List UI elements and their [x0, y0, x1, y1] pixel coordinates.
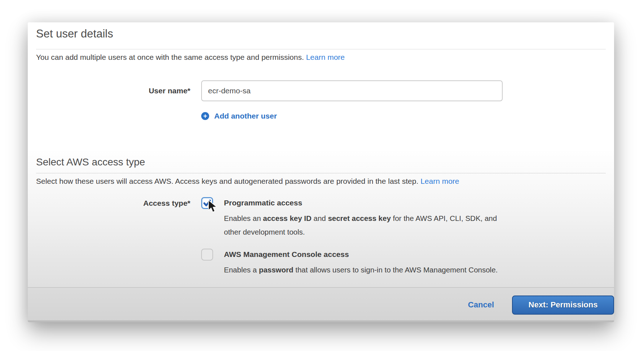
username-row: User name*	[36, 80, 606, 101]
add-another-user-label: Add another user	[214, 112, 277, 120]
programmatic-access-description: Enables an access key ID and secret acce…	[224, 212, 505, 239]
access-type-header: Select AWS access type	[36, 156, 606, 173]
username-label: User name*	[36, 86, 190, 95]
access-options: Programmatic access Enables an access ke…	[201, 197, 505, 277]
learn-more-link-users[interactable]: Learn more	[306, 53, 345, 61]
programmatic-access-checkbox[interactable]	[201, 197, 213, 209]
access-type-label: Access type*	[36, 197, 190, 209]
username-field-wrap	[201, 80, 503, 101]
add-user-wizard-card: Set user details You can add multiple us…	[28, 22, 614, 322]
access-type-intro-text: Select how these users will access AWS. …	[36, 177, 418, 185]
username-input[interactable]	[201, 80, 503, 101]
programmatic-access-option: Programmatic access Enables an access ke…	[201, 197, 505, 239]
access-type-title: Select AWS access type	[36, 156, 606, 168]
learn-more-link-access[interactable]: Learn more	[420, 177, 459, 185]
programmatic-access-title[interactable]: Programmatic access	[224, 197, 505, 207]
plus-icon: +	[201, 112, 209, 120]
cancel-button[interactable]: Cancel	[468, 300, 494, 310]
console-access-checkbox[interactable]	[201, 249, 213, 261]
access-type-intro: Select how these users will access AWS. …	[36, 177, 606, 186]
add-another-user-link[interactable]: + Add another user	[201, 112, 277, 120]
wizard-footer: Cancel Next: Permissions	[28, 287, 614, 322]
next-permissions-button[interactable]: Next: Permissions	[512, 296, 614, 315]
wizard-content: Set user details You can add multiple us…	[28, 22, 614, 277]
access-type-row: Access type* Programmatic access Enables…	[36, 197, 606, 277]
console-access-body: AWS Management Console access Enables a …	[224, 249, 505, 277]
user-details-intro: You can add multiple users at once with …	[36, 53, 606, 62]
page-title: Set user details	[36, 27, 606, 40]
check-icon	[203, 199, 212, 208]
console-access-option: AWS Management Console access Enables a …	[201, 249, 505, 277]
console-access-description: Enables a password that allows users to …	[224, 263, 505, 277]
user-details-header: Set user details	[36, 22, 606, 49]
console-access-title[interactable]: AWS Management Console access	[224, 249, 505, 259]
user-details-intro-text: You can add multiple users at once with …	[36, 53, 304, 61]
programmatic-access-body: Programmatic access Enables an access ke…	[224, 197, 505, 239]
